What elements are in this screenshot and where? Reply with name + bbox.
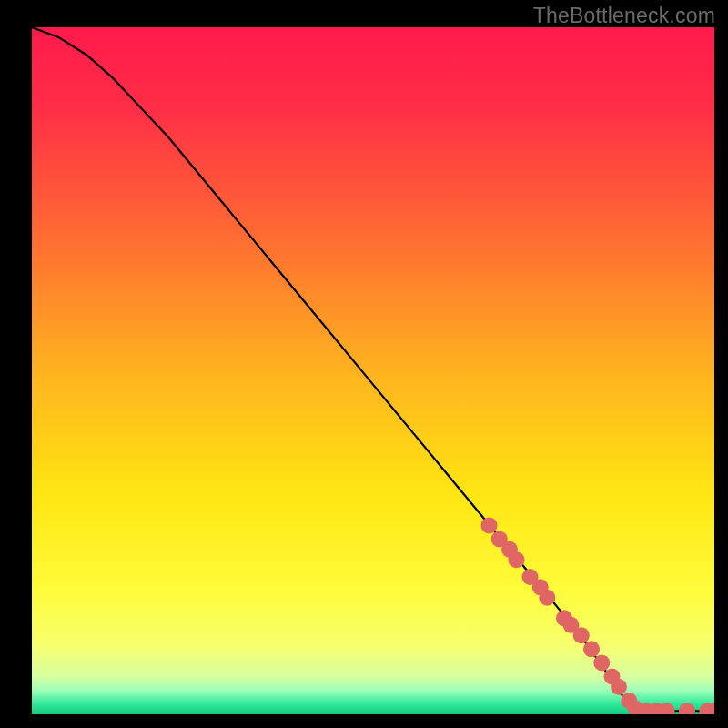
watermark-text: TheBottleneck.com [533,4,715,28]
plot-svg [32,27,714,714]
data-marker [593,654,610,671]
chart-stage: TheBottleneck.com [0,0,728,728]
plot-area [32,27,714,714]
data-marker [539,590,555,606]
data-marker [481,517,498,533]
data-marker [573,627,590,643]
data-marker [509,551,525,568]
data-marker [583,641,600,657]
data-marker [611,679,627,695]
gradient-background [32,27,714,714]
